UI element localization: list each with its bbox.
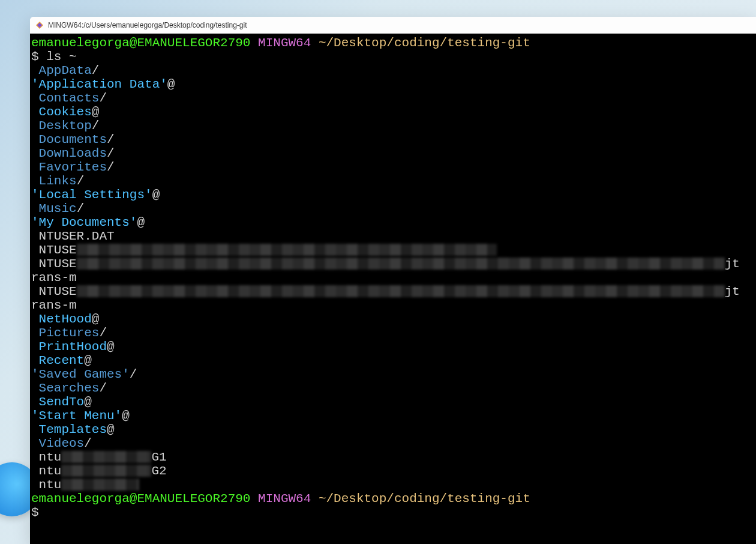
prompt-symbol: $ xyxy=(31,506,39,519)
file-name: Contacts xyxy=(39,91,100,105)
window-title: MINGW64:/c/Users/emanuelegorga/Desktop/c… xyxy=(48,21,247,29)
file-tail: jt xyxy=(725,285,740,298)
ls-entry: SendTo@ xyxy=(30,395,756,409)
prompt-line: emanuelegorga@EMANUELEGOR2790 MINGW64 ~/… xyxy=(30,36,756,50)
file-name: Templates xyxy=(39,423,107,437)
ls-entry: 'Local Settings'@ xyxy=(30,188,756,202)
file-name: Pictures xyxy=(39,326,100,340)
file-suffix: @ xyxy=(167,77,175,91)
file-suffix: / xyxy=(77,202,85,216)
file-tail: jt xyxy=(725,257,740,271)
ls-entry: Cookies@ xyxy=(30,105,756,119)
file-prefix: ntu xyxy=(31,450,61,464)
ls-entry: Links/ xyxy=(30,174,756,188)
ls-entry: Pictures/ xyxy=(30,326,756,340)
ls-entry: PrintHood@ xyxy=(30,340,756,354)
file-name: Links xyxy=(39,174,77,188)
ls-entry-censored: NTUSEjt xyxy=(30,257,756,271)
window-titlebar[interactable]: MINGW64:/c/Users/emanuelegorga/Desktop/c… xyxy=(30,17,756,34)
file-suffix: / xyxy=(130,367,137,381)
file-suffix: / xyxy=(77,174,85,188)
file-prefix: NTUSER.DAT xyxy=(31,229,115,243)
ls-entry-censored: rans-m xyxy=(30,298,756,312)
file-suffix: @ xyxy=(84,354,92,367)
file-suffix: / xyxy=(107,147,115,160)
ls-entry: Documents/ xyxy=(30,133,756,147)
file-name: 'Start Menu' xyxy=(31,409,122,423)
file-name: Documents xyxy=(39,133,107,147)
ls-entry: 'Start Menu'@ xyxy=(30,409,756,423)
ls-entry-censored: NTUSE xyxy=(30,243,756,257)
file-suffix: @ xyxy=(107,340,115,354)
ls-entry: AppData/ xyxy=(30,64,756,77)
file-suffix: @ xyxy=(122,409,130,423)
file-suffix: / xyxy=(84,437,92,450)
file-suffix: / xyxy=(99,326,107,340)
ls-entry: 'Saved Games'/ xyxy=(30,367,756,381)
file-name: 'Application Data' xyxy=(31,77,167,91)
ls-entry-censored: ntuG1 xyxy=(30,450,756,464)
user-host: emanuelegorga@EMANUELEGOR2790 xyxy=(31,36,250,50)
file-name: 'My Documents' xyxy=(31,216,137,229)
cwd-path: ~/Desktop/coding/testing-git xyxy=(319,492,530,506)
file-suffix: / xyxy=(92,64,100,77)
ls-entry: 'Application Data'@ xyxy=(30,77,756,91)
command-text: ls ~ xyxy=(46,50,76,64)
censored-region xyxy=(77,244,497,256)
file-name: AppData xyxy=(39,64,92,77)
file-suffix: @ xyxy=(92,105,100,119)
prompt-line-2: emanuelegorga@EMANUELEGOR2790 MINGW64 ~/… xyxy=(30,492,756,506)
censored-region xyxy=(61,465,151,477)
file-suffix: / xyxy=(107,160,115,174)
file-tail: G1 xyxy=(151,450,166,464)
file-name: 'Local Settings' xyxy=(31,188,152,202)
censored-region xyxy=(61,451,151,463)
ls-entry: Recent@ xyxy=(30,354,756,367)
file-name: Desktop xyxy=(39,119,92,133)
terminal-body[interactable]: emanuelegorga@EMANUELEGOR2790 MINGW64 ~/… xyxy=(30,34,756,544)
ls-entry-censored: NTUSEjt xyxy=(30,285,756,298)
file-prefix: rans-m xyxy=(31,298,77,312)
prompt-symbol-line: $ xyxy=(30,506,756,519)
ls-entry-censored: rans-m xyxy=(30,271,756,285)
file-suffix: @ xyxy=(84,395,92,409)
file-name: Cookies xyxy=(39,105,92,119)
user-host: emanuelegorga@EMANUELEGOR2790 xyxy=(31,492,250,506)
app-icon xyxy=(35,20,44,30)
file-prefix: NTUSE xyxy=(31,257,77,271)
file-suffix: / xyxy=(92,119,100,133)
file-suffix: / xyxy=(99,381,107,395)
env-name: MINGW64 xyxy=(258,36,311,50)
file-name: Favorites xyxy=(39,160,107,174)
file-prefix: NTUSE xyxy=(31,243,77,257)
file-name: Recent xyxy=(39,354,85,367)
ls-entry-censored: ntu xyxy=(30,478,756,492)
ls-entry-censored: ntuG2 xyxy=(30,464,756,478)
file-suffix: @ xyxy=(107,423,115,437)
file-name: Videos xyxy=(39,437,85,450)
file-name: Searches xyxy=(39,381,100,395)
censored-region xyxy=(77,258,725,270)
censored-region xyxy=(77,285,725,297)
ls-entry: Contacts/ xyxy=(30,91,756,105)
file-suffix: @ xyxy=(137,216,145,229)
ls-entry: Favorites/ xyxy=(30,160,756,174)
ls-entry: Templates@ xyxy=(30,423,756,437)
file-suffix: / xyxy=(99,91,107,105)
file-name: SendTo xyxy=(39,395,85,409)
file-suffix: / xyxy=(107,133,115,147)
file-suffix: @ xyxy=(92,312,100,326)
env-name: MINGW64 xyxy=(258,492,311,506)
file-name: NetHood xyxy=(39,312,92,326)
ls-entry: 'My Documents'@ xyxy=(30,216,756,229)
file-name: PrintHood xyxy=(39,340,107,354)
file-tail: G2 xyxy=(151,464,166,478)
ls-entry: Searches/ xyxy=(30,381,756,395)
file-prefix: ntu xyxy=(31,478,61,492)
command-line: $ ls ~ xyxy=(30,50,756,64)
cwd-path: ~/Desktop/coding/testing-git xyxy=(319,36,530,50)
file-name: Music xyxy=(39,202,77,216)
ls-entry: Music/ xyxy=(30,202,756,216)
censored-region xyxy=(61,479,139,491)
file-suffix: @ xyxy=(152,188,160,202)
